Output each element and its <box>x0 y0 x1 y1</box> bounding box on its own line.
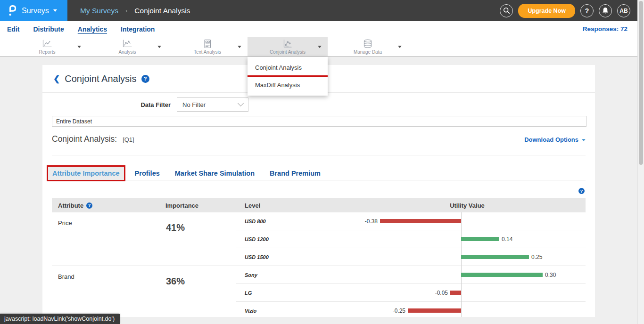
page-scrollbar[interactable] <box>637 0 644 324</box>
utility-value-label: 0.14 <box>502 236 512 243</box>
download-options-label: Download Options <box>524 136 578 143</box>
chevron-down-icon[interactable] <box>398 46 402 48</box>
table-header-row: Attribute?ImportanceLevelUtility Value <box>52 198 586 212</box>
level-row: USD 15000.25 <box>236 248 586 266</box>
question-mark-icon: ? <box>585 7 589 15</box>
search-icon <box>503 7 510 14</box>
utility-bar <box>461 273 543 277</box>
avatar[interactable]: AB <box>617 4 630 17</box>
toolbar-item-text-analysis[interactable]: Text Analysis <box>167 37 248 56</box>
avatar-initials: AB <box>619 8 627 14</box>
data-filter-value: No Filter <box>182 101 206 108</box>
utility-value-label: -0.05 <box>435 290 448 296</box>
breadcrumb-current: Conjoint Analysis <box>134 7 190 15</box>
attribute-group-price: Price41%USD 800-0.38USD 12000.14USD 1500… <box>52 212 586 266</box>
responses-count-link[interactable]: Responses: 72 <box>583 25 637 32</box>
upgrade-now-button[interactable]: Upgrade Now <box>518 4 575 18</box>
result-tabs: Attribute ImportanceProfilesMarket Share… <box>48 167 586 180</box>
utility-bar-area: -0.25 <box>349 302 586 317</box>
utility-value-label: -0.25 <box>393 308 405 314</box>
chevron-down-icon[interactable] <box>318 46 322 48</box>
scrollbar-thumb[interactable] <box>639 1 643 165</box>
reports-chart-icon <box>41 39 53 49</box>
attribute-header-label: Attribute <box>58 202 83 209</box>
product-switcher[interactable]: Surveys <box>0 0 67 21</box>
chevron-down-icon[interactable] <box>238 46 241 48</box>
utility-bar-area: 0.25 <box>349 248 586 266</box>
download-options-button[interactable]: Download Options <box>524 136 586 143</box>
chevron-down-icon[interactable] <box>157 46 161 48</box>
levels-block: Sony0.30LG-0.05Vizio-0.25 <box>236 266 586 317</box>
tab-attribute-importance[interactable]: Attribute Importance <box>48 167 124 180</box>
chevron-down-icon <box>53 9 57 12</box>
nav-item-integration[interactable]: Integration <box>121 25 155 33</box>
toolbar-item-label: Manage Data <box>354 49 382 55</box>
utility-bar <box>450 291 461 295</box>
negative-bar-wrap: -0.38 <box>349 212 461 230</box>
utility-bar <box>380 219 461 223</box>
toolbar-item-reports[interactable]: Reports <box>7 37 87 56</box>
search-button[interactable] <box>500 4 513 17</box>
text-analysis-icon <box>202 39 213 49</box>
level-row: Vizio-0.25 <box>236 301 586 317</box>
level-row: LG-0.05 <box>236 284 586 301</box>
help-button[interactable]: ? <box>580 4 594 17</box>
attribute-importance-table: Attribute?ImportanceLevelUtility ValuePr… <box>52 198 586 317</box>
dataset-input[interactable] <box>52 116 586 127</box>
utility-value-label: 0.25 <box>531 254 542 260</box>
breadcrumb-parent-link[interactable]: My Surveys <box>80 7 118 15</box>
section-title: Conjoint Analysis: <box>52 134 117 144</box>
tab-market-share-simulation[interactable]: Market Share Simulation <box>171 167 259 180</box>
top-header: Surveys My Surveys › Conjoint Analysis U… <box>0 0 637 21</box>
utility-bar <box>461 255 529 259</box>
analytics-toolbar: ReportsAnalysisText AnalysisConjoint Ana… <box>0 37 637 57</box>
data-filter-row: Data Filter No Filter <box>42 97 595 112</box>
level-name: Vizio <box>236 308 349 314</box>
attribute-help-icon[interactable]: ? <box>86 202 92 209</box>
negative-bar-wrap: -0.25 <box>349 302 461 317</box>
column-header-level: Level <box>236 202 349 209</box>
utility-value-label: 0.30 <box>545 272 556 278</box>
table-help-row: ? <box>53 188 585 194</box>
notifications-button[interactable] <box>599 4 612 17</box>
toolbar-item-label: Reports <box>39 49 55 55</box>
level-row: USD 12000.14 <box>236 230 586 248</box>
back-chevron-icon[interactable]: ❮ <box>53 74 60 84</box>
column-header-importance: Importance <box>158 202 236 209</box>
breadcrumb: My Surveys › Conjoint Analysis <box>80 7 190 15</box>
attribute-name: Brand <box>52 266 158 317</box>
questionpro-logo-icon <box>8 4 17 17</box>
toolbar-item-conjoint-analysis[interactable]: Conjoint Analysis <box>248 37 328 56</box>
menu-item-conjoint-analysis[interactable]: Conjoint Analysis <box>248 60 328 75</box>
attribute-group-brand: Brand36%Sony0.30LG-0.05Vizio-0.25 <box>52 266 586 317</box>
utility-bar-area: 0.14 <box>349 230 586 248</box>
conjoint-analysis-icon <box>282 39 293 49</box>
toolbar-item-analysis[interactable]: Analysis <box>87 37 167 56</box>
data-filter-select[interactable]: No Filter <box>177 97 248 112</box>
toolbar-item-label: Conjoint Analysis <box>270 49 305 55</box>
level-name: LG <box>236 290 349 296</box>
analysis-section-header: Conjoint Analysis: [Q1] Download Options <box>52 134 586 146</box>
nav-item-analytics[interactable]: Analytics <box>78 25 107 33</box>
app-window: Surveys My Surveys › Conjoint Analysis U… <box>0 0 644 324</box>
level-row: Sony0.30 <box>236 266 586 284</box>
utility-bar <box>408 308 461 313</box>
importance-value: 36% <box>158 266 236 317</box>
nav-item-distribute[interactable]: Distribute <box>33 25 64 33</box>
table-help-icon[interactable]: ? <box>578 188 585 194</box>
bell-icon <box>602 7 609 14</box>
tab-brand-premium[interactable]: Brand Premium <box>265 167 325 180</box>
toolbar-item-manage-data[interactable]: Manage Data <box>328 37 408 56</box>
page-help-icon[interactable]: ? <box>141 75 149 83</box>
levels-block: USD 800-0.38USD 12000.14USD 15000.25 <box>236 212 586 266</box>
column-header-utility-value: Utility Value <box>349 202 586 209</box>
nav-item-edit[interactable]: Edit <box>7 25 19 33</box>
menu-item-maxdiff-analysis[interactable]: MaxDiff Analysis <box>248 77 328 93</box>
section-question-ref: [Q1] <box>123 136 134 143</box>
section-divider <box>52 155 586 155</box>
importance-value: 41% <box>158 212 236 266</box>
chevron-down-icon[interactable] <box>77 46 81 48</box>
utility-bar-area: -0.05 <box>349 284 586 301</box>
tab-profiles[interactable]: Profiles <box>131 167 164 180</box>
level-row: USD 800-0.38 <box>236 212 586 230</box>
